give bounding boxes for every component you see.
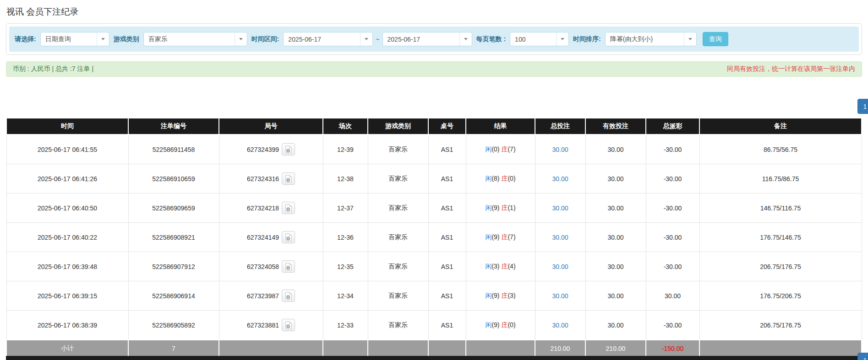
- total-bet-link[interactable]: 30.00: [552, 204, 568, 212]
- result-banker-score: (1): [508, 204, 515, 211]
- col-header-bet-id: 注单编号: [128, 118, 219, 134]
- cell-payout: -30.00: [646, 223, 699, 252]
- sort-order-select[interactable]: 降幂(由大到小): [605, 32, 697, 46]
- cell-game-type: 百家乐: [368, 164, 428, 193]
- cell-total-bet: 30.00: [535, 311, 585, 340]
- cell-remark: 146.75/116.75: [699, 193, 862, 223]
- result-player-score: (9): [491, 321, 499, 328]
- table-row: 2025-06-17 06:38:39 522586905892 6273238…: [6, 311, 862, 340]
- col-header-table-no: 桌号: [428, 118, 466, 134]
- cell-bet-id: 522586910659: [128, 164, 219, 193]
- cell-valid-bet: 30.00: [585, 164, 646, 193]
- currency-total-text: 币别 : 人民币 | 总共 :7 注单 |: [13, 65, 93, 73]
- page-size-select[interactable]: 100: [510, 32, 569, 46]
- chevron-down-icon: [360, 32, 372, 46]
- cell-remark: 116.75/86.75: [699, 164, 862, 193]
- chevron-down-icon: [684, 32, 696, 46]
- result-player-label: 闲: [485, 145, 491, 153]
- video-file-icon: [285, 204, 292, 212]
- video-replay-button[interactable]: [282, 202, 295, 214]
- cell-round-id: 627324218: [219, 193, 323, 223]
- cell-remark: 86.75/56.75: [699, 134, 862, 164]
- video-file-icon: [285, 233, 292, 242]
- result-banker-score: (3): [508, 292, 515, 299]
- search-button[interactable]: 查询: [703, 32, 728, 46]
- video-replay-button[interactable]: [282, 319, 295, 331]
- page-size-label: 每页笔数 :: [475, 35, 507, 43]
- cell-result: 闲(3) 庄(4): [466, 252, 535, 281]
- result-player-score: (0): [491, 145, 499, 153]
- date-to-select[interactable]: 2025-06-17: [382, 32, 472, 46]
- query-type-select[interactable]: 日期查询: [40, 32, 109, 46]
- cell-time: 2025-06-17 06:38:39: [6, 311, 128, 340]
- result-banker-label: 庄: [501, 321, 508, 328]
- subtotal-payout: -150.00: [646, 340, 699, 357]
- col-header-game-type: 游戏类别: [368, 118, 428, 134]
- cell-bet-id: 522586911458: [128, 134, 219, 164]
- cell-game-type: 百家乐: [368, 223, 428, 252]
- video-replay-button[interactable]: [282, 260, 295, 273]
- total-bet-link[interactable]: 30.00: [552, 234, 568, 241]
- result-banker-label: 庄: [501, 292, 508, 299]
- total-bet-link[interactable]: 30.00: [552, 263, 568, 270]
- result-player-label: 闲: [485, 292, 491, 299]
- cell-valid-bet: 30.00: [585, 281, 646, 311]
- date-from-select[interactable]: 2025-06-17: [283, 32, 373, 46]
- cell-bet-id: 522586907912: [128, 252, 219, 281]
- col-header-payout: 总派彩: [646, 118, 699, 134]
- col-header-remark: 备注: [699, 118, 862, 134]
- cell-session: 12-34: [323, 281, 368, 311]
- total-bet-link[interactable]: 30.00: [552, 292, 568, 300]
- video-replay-button[interactable]: [282, 231, 295, 243]
- cell-round-id: 627324058: [219, 252, 323, 281]
- game-type-select[interactable]: 百家乐: [143, 32, 247, 46]
- game-type-value: 百家乐: [144, 32, 235, 46]
- col-header-time: 时间: [6, 118, 128, 134]
- round-id-text: 627323987: [247, 292, 279, 300]
- result-banker-score: (4): [508, 263, 515, 270]
- cell-table-no: AS1: [428, 223, 466, 252]
- video-file-icon: [285, 292, 292, 300]
- cell-table-no: AS1: [428, 193, 466, 223]
- table-body: 2025-06-17 06:41:55 522586911458 6273243…: [6, 134, 862, 340]
- sort-order-label: 时间排序:: [572, 35, 602, 43]
- cell-result: 闲(9) 庄(7): [466, 223, 535, 252]
- total-bet-link[interactable]: 30.00: [552, 146, 568, 153]
- cell-remark: 176.75/206.75: [699, 281, 862, 311]
- cell-payout: -30.00: [646, 164, 699, 193]
- cell-game-type: 百家乐: [368, 281, 428, 311]
- date-from-value: 2025-06-17: [284, 32, 360, 46]
- video-replay-button[interactable]: [282, 143, 295, 156]
- cell-remark: 176.75/146.75: [699, 223, 862, 252]
- video-file-icon: [285, 145, 292, 154]
- cell-result: 闲(0) 庄(7): [466, 134, 535, 164]
- cell-valid-bet: 30.00: [585, 193, 646, 223]
- video-replay-button[interactable]: [282, 172, 295, 185]
- game-type-label: 游戏类别: [113, 35, 140, 43]
- page-size-value: 100: [510, 32, 556, 46]
- round-id-text: 627324316: [247, 175, 279, 183]
- cell-round-id: 627323987: [219, 281, 323, 311]
- video-replay-button[interactable]: [282, 290, 295, 302]
- cell-total-bet: 30.00: [535, 223, 585, 252]
- page-1-button-top[interactable]: 1: [857, 99, 868, 114]
- date-range-separator: ~: [376, 36, 379, 43]
- total-bet-link[interactable]: 30.00: [552, 322, 568, 329]
- round-id-text: 627324399: [247, 146, 279, 153]
- total-bet-link[interactable]: 30.00: [552, 175, 568, 183]
- result-banker-label: 庄: [501, 175, 508, 182]
- sort-order-value: 降幂(由大到小): [606, 32, 684, 46]
- cell-time: 2025-06-17 06:40:22: [6, 223, 128, 252]
- cell-time: 2025-06-17 06:39:48: [6, 252, 128, 281]
- col-header-result: 结果: [466, 118, 535, 134]
- cell-payout: -30.00: [646, 311, 699, 340]
- cell-round-id: 627324399: [219, 134, 323, 164]
- page-1-button-bottom[interactable]: 1: [857, 353, 868, 360]
- cell-session: 12-39: [323, 134, 368, 164]
- subtotal-row: 小计 7 210.00 210.00 -150.00: [6, 340, 862, 357]
- result-player-score: (9): [491, 292, 499, 299]
- same-round-notice: 同局有效投注，统一计算在该局第一张注单内: [727, 65, 855, 73]
- cell-session: 12-36: [323, 223, 368, 252]
- cell-payout: -30.00: [646, 134, 699, 164]
- chevron-down-icon: [459, 32, 472, 46]
